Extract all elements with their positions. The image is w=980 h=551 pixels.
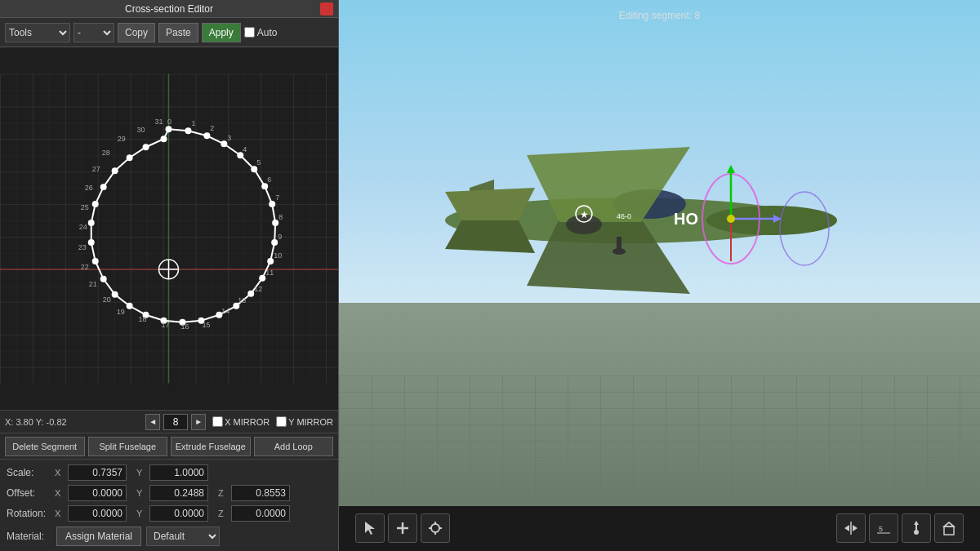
scale-row: Scale: X Y: [7, 464, 332, 481]
airplane-svg: HO 46-0 ★: [380, 98, 870, 343]
paste-button[interactable]: Paste: [158, 23, 198, 42]
svg-point-71: [706, 206, 837, 235]
right-tools: 5: [836, 513, 964, 543]
svg-point-23: [127, 303, 133, 309]
svg-text:11: 11: [265, 269, 274, 277]
offset-x-axis: X: [55, 488, 65, 498]
svg-point-29: [92, 201, 99, 207]
mirror-tool-button[interactable]: [836, 513, 866, 543]
properties-panel: Scale: X Y Offset: X Y Z Rotation: X Y Z: [0, 459, 338, 551]
x-mirror-checkbox[interactable]: [212, 416, 223, 427]
scale-y-axis: Y: [136, 468, 146, 478]
rotation-z-axis: Z: [218, 509, 228, 518]
count-tool-button[interactable]: 5: [869, 513, 898, 543]
svg-point-11: [269, 201, 275, 207]
svg-text:15: 15: [202, 321, 210, 329]
mirror-icon: [843, 520, 859, 536]
delete-segment-button[interactable]: Delete Segment: [5, 437, 85, 456]
rotation-z-input[interactable]: [231, 505, 290, 522]
svg-text:6: 6: [267, 176, 271, 184]
add-tool-button[interactable]: [388, 513, 417, 543]
count-icon: 5: [875, 520, 892, 536]
cursor-icon: [362, 520, 378, 536]
coordinates: X: 3.80 Y: -0.82: [5, 417, 139, 427]
assign-material-button[interactable]: Assign Material: [56, 527, 141, 546]
rotation-y-input[interactable]: [149, 505, 208, 522]
rotation-x-axis: X: [55, 509, 65, 518]
plus-icon: [394, 520, 411, 536]
apply-button[interactable]: Apply: [202, 23, 241, 42]
scale-y-input[interactable]: [149, 464, 208, 481]
left-tools: [355, 513, 450, 543]
svg-point-14: [267, 258, 274, 264]
next-segment-button[interactable]: ►: [191, 414, 206, 430]
dash-select[interactable]: -: [74, 23, 114, 42]
svg-point-7: [220, 140, 227, 147]
svg-text:20: 20: [103, 295, 111, 304]
svg-point-30: [100, 184, 107, 190]
svg-marker-102: [844, 525, 849, 531]
transform-icon: [427, 520, 443, 536]
svg-marker-103: [853, 525, 858, 531]
svg-text:1: 1: [191, 119, 195, 127]
segment-number[interactable]: [163, 414, 188, 430]
add-loop-button[interactable]: Add Loop: [254, 437, 334, 456]
svg-text:17: 17: [162, 321, 170, 329]
viewport[interactable]: Editing segment: 8 HO 46-0: [339, 0, 980, 551]
offset-z-axis: Z: [218, 488, 228, 498]
svg-text:3: 3: [227, 134, 231, 142]
material-select[interactable]: Default: [146, 527, 220, 546]
auto-checkbox[interactable]: [244, 27, 255, 38]
ground-grid: [339, 375, 980, 506]
svg-point-13: [271, 239, 278, 246]
offset-z-input[interactable]: [231, 485, 290, 501]
svg-text:14: 14: [221, 307, 229, 315]
rotation-row: Rotation: X Y Z: [7, 505, 332, 522]
svg-text:7: 7: [275, 193, 279, 202]
editor-canvas[interactable]: 0 1 2 3 4 5 6 7 8 9 10 11 12 13 14 15 16…: [0, 47, 338, 410]
rotation-label: Rotation:: [7, 508, 51, 519]
svg-point-33: [143, 144, 149, 150]
airplane-model: HO 46-0 ★: [380, 98, 870, 343]
svg-text:26: 26: [85, 184, 93, 192]
split-fuselage-button[interactable]: Split Fuselage: [88, 437, 168, 456]
y-mirror-checkbox[interactable]: [276, 416, 287, 427]
svg-text:5: 5: [256, 158, 261, 167]
svg-text:21: 21: [89, 280, 97, 288]
mirror-options: X MIRROR Y MIRROR: [212, 416, 333, 427]
svg-point-27: [88, 239, 95, 246]
prev-segment-button[interactable]: ◄: [145, 414, 160, 430]
svg-text:22: 22: [81, 263, 89, 271]
svg-point-25: [100, 276, 107, 282]
offset-row: Offset: X Y Z: [7, 485, 332, 501]
svg-text:2: 2: [210, 124, 214, 132]
box-tool-button[interactable]: [934, 513, 964, 543]
auto-checkbox-container: Auto: [244, 27, 278, 38]
offset-y-input[interactable]: [149, 485, 208, 501]
svg-marker-108: [914, 521, 919, 525]
copy-button[interactable]: Copy: [118, 23, 155, 42]
select-tool-button[interactable]: [355, 513, 385, 543]
svg-text:46-0: 46-0: [617, 212, 631, 220]
toolbar: Tools - Copy Paste Apply Auto: [0, 18, 338, 47]
transform-tool-button[interactable]: [421, 513, 450, 543]
auto-label: Auto: [257, 27, 278, 38]
svg-text:9: 9: [278, 233, 282, 241]
svg-point-6: [203, 132, 210, 139]
svg-point-106: [914, 530, 919, 535]
editing-segment-label: Editing segment: 8: [619, 10, 700, 21]
svg-point-92: [727, 215, 735, 223]
rotation-x-input[interactable]: [68, 505, 127, 522]
close-button[interactable]: [320, 2, 333, 16]
move-tool-button[interactable]: [902, 513, 931, 543]
tools-select[interactable]: Tools: [5, 23, 70, 42]
svg-point-9: [251, 166, 257, 172]
scale-x-input[interactable]: [68, 464, 127, 481]
offset-x-input[interactable]: [68, 485, 127, 501]
scale-label: Scale:: [7, 467, 51, 478]
extrude-fuselage-button[interactable]: Extrude Fuselage: [171, 437, 251, 456]
box-icon: [941, 520, 957, 536]
rotation-y-axis: Y: [136, 509, 146, 518]
svg-text:25: 25: [81, 203, 89, 211]
svg-text:18: 18: [139, 315, 147, 323]
